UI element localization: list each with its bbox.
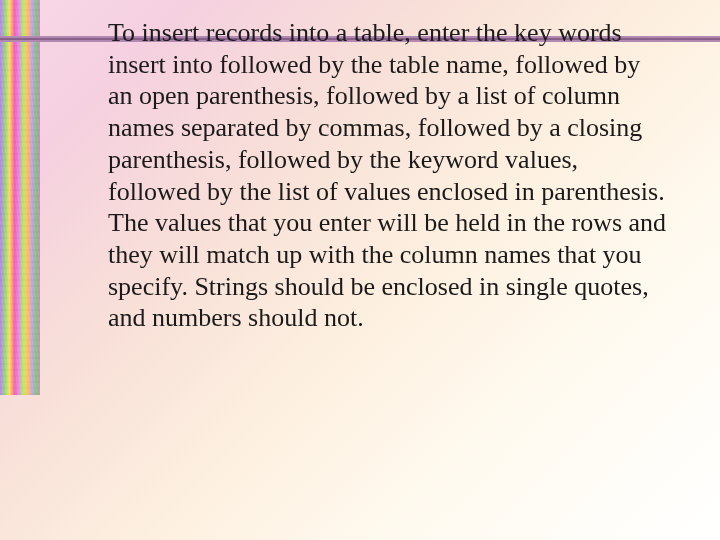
body-text: To insert records into a table, enter th… [108, 17, 668, 334]
content-area: To insert records into a table, enter th… [108, 17, 668, 334]
slide: To insert records into a table, enter th… [0, 0, 720, 540]
sidebar-art [0, 0, 40, 395]
sidebar-decoration [0, 0, 40, 395]
